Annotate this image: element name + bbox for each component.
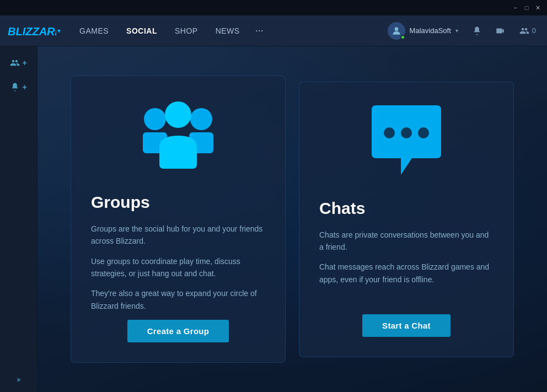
- svg-text:BLIZZARD: BLIZZARD: [8, 25, 56, 37]
- svg-point-1: [394, 27, 398, 31]
- sidebar-scroll-arrow[interactable]: [15, 376, 23, 385]
- logo-chevron-icon: ▾: [57, 27, 61, 35]
- start-chat-button[interactable]: Start a Chat: [362, 314, 451, 337]
- sidebar-add-group[interactable]: +: [7, 53, 31, 73]
- svg-point-2: [144, 108, 166, 130]
- close-button[interactable]: ✕: [533, 3, 543, 13]
- nav-shop[interactable]: SHOP: [167, 23, 206, 39]
- groups-card-desc1: Groups are the social hub for you and yo…: [91, 223, 265, 248]
- minimize-button[interactable]: −: [511, 3, 521, 13]
- chats-icon: [319, 104, 494, 181]
- groups-card: Groups Groups are the social hub for you…: [71, 76, 286, 363]
- svg-point-8: [401, 127, 412, 138]
- user-chevron-icon: ▾: [455, 28, 458, 34]
- groups-icon: [91, 98, 265, 175]
- groups-card-title: Groups: [91, 193, 150, 212]
- add-friend-plus-icon: +: [22, 83, 26, 92]
- nav-news[interactable]: NEWS: [208, 23, 248, 39]
- logo[interactable]: BLIZZARD ▾: [7, 22, 61, 40]
- user-profile[interactable]: MalavidaSoft ▾: [383, 20, 463, 42]
- online-status-dot: [400, 35, 405, 40]
- svg-point-7: [384, 127, 395, 138]
- svg-point-4: [190, 108, 212, 130]
- chats-card-title: Chats: [319, 199, 365, 218]
- maximize-button[interactable]: □: [522, 3, 532, 13]
- create-group-button[interactable]: Create a Group: [127, 320, 229, 342]
- nav-more-button[interactable]: ···: [250, 22, 269, 40]
- nav-links: GAMES SOCIAL SHOP NEWS ···: [72, 22, 269, 40]
- sidebar-add-friend[interactable]: +: [7, 77, 31, 97]
- svg-point-6: [165, 101, 191, 128]
- svg-point-9: [418, 127, 429, 138]
- sidebar: + +: [0, 46, 37, 392]
- chats-card-desc1: Chats are private conversations between …: [319, 229, 494, 254]
- nav-games[interactable]: GAMES: [72, 23, 116, 39]
- main-layout: + +: [0, 46, 547, 392]
- friends-count: 0: [532, 26, 536, 35]
- nav-right: MalavidaSoft ▾ 0: [383, 20, 540, 42]
- groups-card-desc2: Use groups to coordinate play time, disc…: [91, 255, 265, 280]
- add-group-plus-icon: +: [22, 58, 26, 67]
- camera-button[interactable]: [491, 22, 509, 40]
- friends-button[interactable]: 0: [514, 24, 540, 38]
- chats-card-desc2: Chat messages reach across Blizzard game…: [319, 261, 494, 286]
- nav-social[interactable]: SOCIAL: [119, 23, 165, 39]
- chats-card: Chats Chats are private conversations be…: [299, 82, 514, 357]
- groups-card-desc3: They're also a great way to expand your …: [91, 287, 265, 312]
- username-label: MalavidaSoft: [410, 26, 451, 35]
- notifications-button[interactable]: [468, 22, 486, 40]
- avatar: [388, 22, 405, 40]
- titlebar: − □ ✕: [0, 0, 547, 15]
- content-area: Groups Groups are the social hub for you…: [37, 46, 547, 392]
- navbar: BLIZZARD ▾ GAMES SOCIAL SHOP NEWS ··· Ma…: [0, 15, 547, 46]
